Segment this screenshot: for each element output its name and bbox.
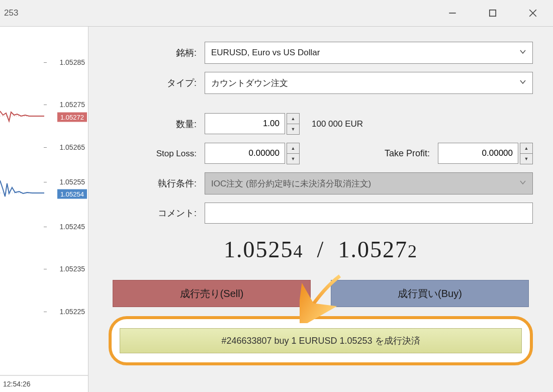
volume-input[interactable] — [205, 113, 285, 134]
bid-price-tag: 1.05254 — [57, 189, 87, 199]
bid-line — [0, 180, 44, 197]
step-up-icon[interactable]: ▲ — [287, 113, 300, 124]
ask-price-tag: 1.05272 — [57, 113, 87, 122]
sell-buy-row: 成行売り(Sell) 成行買い(Buy) — [109, 280, 533, 307]
y-tick: 1.05235 — [59, 265, 85, 273]
step-down-icon[interactable]: ▼ — [520, 153, 533, 164]
step-down-icon[interactable]: ▼ — [287, 124, 300, 135]
chevron-down-icon — [519, 78, 526, 88]
take-profit-input[interactable] — [438, 143, 518, 164]
window-controls — [432, 0, 553, 26]
sell-button[interactable]: 成行売り(Sell) — [113, 280, 311, 307]
step-down-icon[interactable]: ▼ — [287, 153, 300, 164]
sl-stepper[interactable]: ▲▼ — [287, 143, 300, 164]
fill-policy-select: IOC注文 (部分約定時に未決済分取消注文) — [205, 172, 533, 194]
y-tick: 1.05225 — [59, 308, 85, 316]
window-title: 253 — [4, 8, 18, 18]
close-position-highlight: #246633807 buy 1 EURUSD 1.05253 を成行決済 — [109, 316, 533, 365]
symbol-label: 銘柄: — [109, 47, 205, 59]
close-button[interactable] — [513, 0, 553, 26]
volume-label: 数量: — [109, 118, 205, 130]
maximize-button[interactable] — [473, 0, 513, 26]
symbol-select[interactable]: EURUSD, Euro vs US Dollar — [205, 42, 533, 64]
buy-button[interactable]: 成行買い(Buy) — [331, 280, 529, 307]
fill-policy-label: 執行条件: — [109, 177, 205, 189]
stop-loss-label: Stop Loss: — [109, 149, 205, 159]
bid-ask-display: 1.05254 / 1.05272 — [109, 236, 533, 263]
tp-stepper[interactable]: ▲▼ — [520, 143, 533, 164]
content-area: 1.05285 1.05275 1.05272 1.05265 1.05255 … — [0, 26, 553, 392]
step-up-icon[interactable]: ▲ — [520, 143, 533, 153]
type-select[interactable]: カウントダウン注文 — [205, 72, 533, 94]
close-icon — [528, 9, 537, 18]
y-tick: 1.05245 — [59, 223, 85, 231]
comment-input[interactable] — [205, 203, 533, 224]
chevron-down-icon — [519, 178, 526, 188]
stop-loss-input[interactable] — [205, 143, 285, 164]
tick-chart: 1.05285 1.05275 1.05272 1.05265 1.05255 … — [0, 27, 88, 392]
volume-unit: 100 000 EUR — [312, 119, 363, 129]
take-profit-label: Take Profit: — [385, 148, 438, 159]
minimize-button[interactable] — [432, 0, 473, 26]
svg-rect-1 — [490, 10, 496, 16]
step-up-icon[interactable]: ▲ — [287, 143, 300, 153]
close-position-button[interactable]: #246633807 buy 1 EURUSD 1.05253 を成行決済 — [120, 328, 522, 353]
y-tick: 1.05285 — [59, 58, 85, 66]
x-time-label: 12:54:26 — [3, 380, 31, 388]
fill-policy-value: IOC注文 (部分約定時に未決済分取消注文) — [211, 178, 371, 189]
order-form: 銘柄: EURUSD, Euro vs US Dollar タイプ: カウントダ… — [88, 27, 553, 392]
maximize-icon — [488, 9, 497, 18]
volume-stepper[interactable]: ▲▼ — [287, 113, 300, 135]
symbol-value: EURUSD, Euro vs US Dollar — [211, 48, 320, 58]
title-bar: 253 — [0, 0, 553, 26]
tick-chart-svg — [0, 27, 88, 388]
ask-line — [0, 111, 44, 121]
y-tick: 1.05265 — [59, 143, 85, 151]
order-window: 253 1.05285 — [0, 0, 553, 392]
y-tick: 1.05275 — [59, 101, 85, 109]
type-value: カウントダウン注文 — [211, 77, 288, 89]
minimize-icon — [448, 9, 457, 18]
y-tick: 1.05255 — [59, 178, 85, 186]
type-label: タイプ: — [109, 77, 205, 89]
chevron-down-icon — [519, 48, 526, 58]
comment-label: コメント: — [109, 207, 205, 219]
